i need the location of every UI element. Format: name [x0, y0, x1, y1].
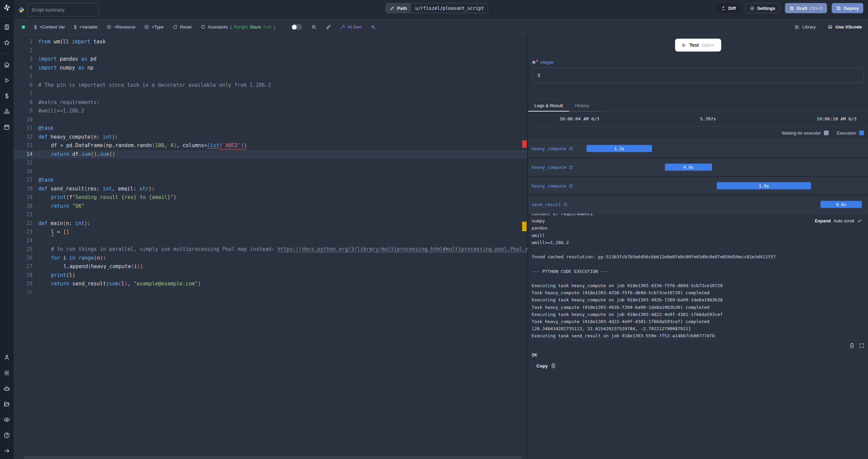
- task-link-send_result[interactable]: send_result: [528, 202, 568, 207]
- add-variable-button[interactable]: $ +Variable: [74, 24, 97, 30]
- tab-history[interactable]: History: [569, 99, 595, 111]
- task-link-heavy_compute[interactable]: heavy_compute: [528, 165, 573, 170]
- pencil-icon: [390, 6, 395, 11]
- line-number: 15: [14, 159, 33, 167]
- tab-logs-result[interactable]: Logs & Result: [528, 99, 569, 111]
- legend-waiting-label: Waiting for executor: [782, 131, 821, 136]
- user-icon[interactable]: [3, 354, 10, 361]
- format-button[interactable]: [326, 24, 331, 30]
- assistants-button[interactable]: Assistants ( Pyright Black Ruff ): [200, 24, 275, 29]
- code-line-1[interactable]: 1from wmill import task: [14, 38, 527, 46]
- ai-gen-button[interactable]: AI Gen: [340, 24, 361, 30]
- code-line-14[interactable]: 14 return df.sum().sum(): [14, 150, 527, 159]
- task-link-heavy_compute[interactable]: heavy_compute: [528, 146, 573, 151]
- windmill-logo[interactable]: [0, 0, 14, 16]
- overview-warning-marker: [522, 222, 527, 231]
- settings-button[interactable]: Settings: [745, 3, 780, 13]
- execution-bar: 1.3s: [587, 145, 652, 152]
- code-line-30[interactable]: 30: [14, 288, 527, 297]
- library-button[interactable]: Library: [794, 24, 816, 30]
- add-type-button[interactable]: +Type: [144, 24, 164, 29]
- code-line-9[interactable]: 9#wmill>=1.286.2: [14, 107, 527, 116]
- boxes-icon[interactable]: [3, 108, 10, 115]
- logs-autoscroll-toggle[interactable]: Auto scroll: [833, 218, 854, 223]
- line-number: 25: [14, 245, 33, 254]
- eye-icon[interactable]: [3, 416, 10, 423]
- logs-expand-button[interactable]: Expand: [815, 218, 831, 223]
- dollar-icon[interactable]: [3, 93, 10, 99]
- code-line-28[interactable]: 28 print(l): [14, 271, 527, 280]
- path-group[interactable]: Path u/rfiszel/pleasant_script: [386, 3, 488, 13]
- vim-mode-toggle[interactable]: [291, 24, 302, 30]
- deploy-button[interactable]: Deploy: [832, 3, 863, 13]
- gear-icon[interactable]: [3, 370, 10, 376]
- code-line-7[interactable]: 7: [14, 89, 527, 98]
- help-icon[interactable]: [3, 432, 10, 439]
- star-icon[interactable]: [3, 39, 10, 46]
- code-line-17[interactable]: 17@task: [14, 176, 527, 185]
- draft-button[interactable]: Draft Ctrl+S: [785, 3, 827, 13]
- code-line-27[interactable]: 27 l.append(heavy_compute(i)): [14, 262, 527, 271]
- building-icon[interactable]: [3, 24, 10, 31]
- calendar-icon[interactable]: [3, 124, 10, 131]
- script-summary-input[interactable]: [27, 3, 99, 17]
- collaborators-button[interactable]: [311, 24, 317, 30]
- line-number: 18: [14, 185, 33, 194]
- code-line-2[interactable]: 2: [14, 46, 527, 55]
- assistant-ruff: Ruff: [263, 24, 272, 29]
- code-line-23[interactable]: 23 l = []: [14, 228, 527, 237]
- code-line-29[interactable]: 29 return send_result(sum(l), "example@e…: [14, 280, 527, 288]
- code-line-4[interactable]: 4import numpy as np: [14, 64, 527, 73]
- home-icon[interactable]: [3, 61, 10, 68]
- code-line-18[interactable]: 18def send_result(res: int, email: str):: [14, 185, 527, 194]
- external-link-icon: [569, 146, 573, 151]
- task-link-heavy_compute[interactable]: heavy_compute: [528, 183, 573, 188]
- copy-label: Copy: [536, 363, 548, 368]
- clipboard-paste-icon[interactable]: [849, 343, 855, 348]
- code-line-12[interactable]: 12def heavy_compute(n: int):: [14, 133, 527, 142]
- reset-button[interactable]: Reset: [173, 24, 192, 29]
- code-editor[interactable]: 1from wmill import task23import pandas a…: [14, 35, 528, 459]
- logs-viewer[interactable]: content of requirements: numpy pandas wm…: [528, 213, 868, 340]
- run-end-time: 10:06:10 AM 6/3: [817, 116, 856, 121]
- code-line-24[interactable]: 24: [14, 237, 527, 245]
- expand-icon[interactable]: [859, 343, 865, 348]
- code-line-10[interactable]: 10: [14, 116, 527, 124]
- test-button[interactable]: Test Ctrl+↵: [675, 39, 721, 52]
- code-line-13[interactable]: 13 df = pd.DataFrame(np.random.randn(100…: [14, 141, 527, 150]
- robot-icon[interactable]: [3, 385, 10, 392]
- code-line-6[interactable]: 6# The pin is important since task is a …: [14, 81, 527, 90]
- code-line-11[interactable]: 11@task: [14, 124, 527, 133]
- code-line-22[interactable]: 22def main(n: int):: [14, 219, 527, 228]
- arg-n-input[interactable]: [532, 67, 864, 83]
- line-number: 5: [14, 72, 33, 81]
- add-resource-button[interactable]: +Resource: [106, 24, 135, 29]
- code-line-21[interactable]: 21: [14, 211, 527, 219]
- line-number: 28: [14, 271, 33, 280]
- draft-shortcut: Ctrl+S: [810, 6, 823, 11]
- folder-icon[interactable]: [3, 401, 10, 407]
- play-icon[interactable]: [3, 77, 10, 84]
- code-line-16[interactable]: 16: [14, 167, 527, 176]
- dollar-icon: $: [74, 24, 77, 30]
- line-number: 9: [14, 107, 33, 116]
- arrow-right-icon[interactable]: [3, 447, 10, 454]
- add-context-var-button[interactable]: $ +Context Var: [34, 24, 65, 30]
- save-icon: [789, 6, 794, 11]
- copy-result-button[interactable]: Copy: [528, 358, 868, 368]
- code-line-5[interactable]: 5: [14, 72, 527, 81]
- editor-horizontal-scrollbar[interactable]: [24, 456, 522, 459]
- use-vscode-button[interactable]: Use VScode: [827, 24, 862, 30]
- external-link-icon: [563, 202, 568, 207]
- code-line-3[interactable]: 3import pandas as pd: [14, 55, 527, 64]
- code-line-20[interactable]: 20 return "OK": [14, 202, 527, 211]
- diff-button[interactable]: Diff: [716, 3, 741, 13]
- code-line-25[interactable]: 25 # to run things in parallel, simply u…: [14, 245, 527, 254]
- path-edit-button[interactable]: Path: [386, 3, 411, 13]
- external-link-icon: [569, 165, 573, 169]
- code-line-26[interactable]: 26 for i in range(n):: [14, 254, 527, 263]
- sparkles-button[interactable]: [370, 24, 376, 30]
- code-line-19[interactable]: 19 print(f"Sending result {res} to {emai…: [14, 193, 527, 202]
- code-line-15[interactable]: 15: [14, 159, 527, 167]
- code-line-8[interactable]: 8#extra_requirements:: [14, 98, 527, 107]
